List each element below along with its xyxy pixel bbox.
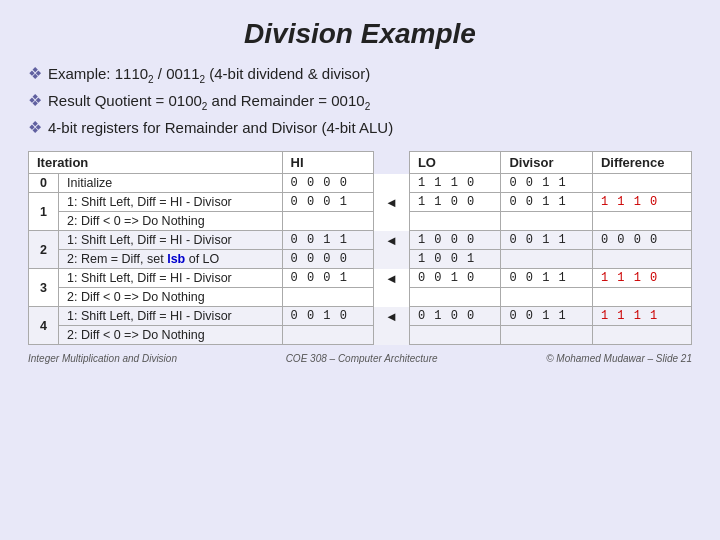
lo-2a: 1 0 0 0 xyxy=(409,231,501,250)
footer: Integer Multiplication and Division COE … xyxy=(28,353,692,364)
hi-4b xyxy=(282,326,374,345)
lo-4a: 0 1 0 0 xyxy=(409,307,501,326)
iter-2: 2 xyxy=(29,231,59,269)
iter-3: 3 xyxy=(29,269,59,307)
step-2b: 2: Rem = Diff, set lsb of LO xyxy=(59,250,283,269)
hi-3a: 0 0 0 1 xyxy=(282,269,374,288)
table-row: 2: Diff < 0 => Do Nothing xyxy=(29,288,692,307)
iter-4: 4 xyxy=(29,307,59,345)
bullet-1: ❖ Example: 11102 / 00112 (4-bit dividend… xyxy=(28,64,692,85)
divisor-0: 0 0 1 1 xyxy=(501,174,593,193)
hi-2a: 0 0 1 1 xyxy=(282,231,374,250)
table-wrap: Iteration HI LO Divisor Difference 0 Ini… xyxy=(28,151,692,345)
lo-3a: 0 0 1 0 xyxy=(409,269,501,288)
divisor-4a: 0 0 1 1 xyxy=(501,307,593,326)
diff-3a: 1 1 1 0 xyxy=(592,269,691,288)
hi-4a: 0 0 1 0 xyxy=(282,307,374,326)
diff-4a: 1 1 1 1 xyxy=(592,307,691,326)
table-row: 4 1: Shift Left, Diff = HI - Divisor 0 0… xyxy=(29,307,692,326)
step-4a: 1: Shift Left, Diff = HI - Divisor xyxy=(59,307,283,326)
th-divisor: Divisor xyxy=(501,152,593,174)
diff-2b xyxy=(592,250,691,269)
hi-3b xyxy=(282,288,374,307)
th-difference: Difference xyxy=(592,152,691,174)
step-1a: 1: Shift Left, Diff = HI - Divisor xyxy=(59,193,283,212)
diff-4b xyxy=(592,326,691,345)
step-4b: 2: Diff < 0 => Do Nothing xyxy=(59,326,283,345)
hi-2b: 0 0 0 0 xyxy=(282,250,374,269)
th-lo: LO xyxy=(409,152,501,174)
iter-1: 1 xyxy=(29,193,59,231)
bullet-1-text: Example: 11102 / 00112 (4-bit dividend &… xyxy=(48,65,370,85)
table-row: 1 1: Shift Left, Diff = HI - Divisor 0 0… xyxy=(29,193,692,212)
hi-1a: 0 0 0 1 xyxy=(282,193,374,212)
lo-0: 1 1 1 0 xyxy=(409,174,501,193)
table-row: 2 1: Shift Left, Diff = HI - Divisor 0 0… xyxy=(29,231,692,250)
divisor-3a: 0 0 1 1 xyxy=(501,269,593,288)
page: Division Example ❖ Example: 11102 / 0011… xyxy=(0,0,720,540)
page-title: Division Example xyxy=(28,18,692,50)
step-1b: 2: Diff < 0 => Do Nothing xyxy=(59,212,283,231)
divisor-2b xyxy=(501,250,593,269)
division-table: Iteration HI LO Divisor Difference 0 Ini… xyxy=(28,151,692,345)
table-row: 2: Rem = Diff, set lsb of LO 0 0 0 0 1 0… xyxy=(29,250,692,269)
lo-3b xyxy=(409,288,501,307)
table-row: 3 1: Shift Left, Diff = HI - Divisor 0 0… xyxy=(29,269,692,288)
divisor-3b xyxy=(501,288,593,307)
bullet-list: ❖ Example: 11102 / 00112 (4-bit dividend… xyxy=(28,64,692,137)
lsb-label: lsb xyxy=(167,252,185,266)
divisor-1b xyxy=(501,212,593,231)
table-header-row: Iteration HI LO Divisor Difference xyxy=(29,152,692,174)
footer-left: Integer Multiplication and Division xyxy=(28,353,177,364)
footer-right: © Mohamed Mudawar – Slide 21 xyxy=(546,353,692,364)
diff-1a: 1 1 1 0 xyxy=(592,193,691,212)
hi-0: 0 0 0 0 xyxy=(282,174,374,193)
step-2a: 1: Shift Left, Diff = HI - Divisor xyxy=(59,231,283,250)
lo-1b xyxy=(409,212,501,231)
footer-center: COE 308 – Computer Architecture xyxy=(286,353,438,364)
step-0: Initialize xyxy=(59,174,283,193)
bullet-3-text: 4-bit registers for Remainder and Diviso… xyxy=(48,119,393,136)
diff-2a: 0 0 0 0 xyxy=(592,231,691,250)
diamond-icon-1: ❖ xyxy=(28,64,42,83)
table-row: 2: Diff < 0 => Do Nothing xyxy=(29,212,692,231)
divisor-1a: 0 0 1 1 xyxy=(501,193,593,212)
diamond-icon-3: ❖ xyxy=(28,118,42,137)
table-row: 0 Initialize 0 0 0 0 1 1 1 0 0 0 1 1 xyxy=(29,174,692,193)
diamond-icon-2: ❖ xyxy=(28,91,42,110)
bullet-2: ❖ Result Quotient = 01002 and Remainder … xyxy=(28,91,692,112)
diff-3b xyxy=(592,288,691,307)
lo-4b xyxy=(409,326,501,345)
iter-0: 0 xyxy=(29,174,59,193)
th-iteration: Iteration xyxy=(29,152,283,174)
arrow-icon-1: ◄ xyxy=(385,195,398,210)
bullet-3: ❖ 4-bit registers for Remainder and Divi… xyxy=(28,118,692,137)
step-3b: 2: Diff < 0 => Do Nothing xyxy=(59,288,283,307)
lo-1a: 1 1 0 0 xyxy=(409,193,501,212)
arrow-icon-3: ◄ xyxy=(385,271,398,286)
divisor-4b xyxy=(501,326,593,345)
lo-2b: 1 0 0 1 xyxy=(409,250,501,269)
step-3a: 1: Shift Left, Diff = HI - Divisor xyxy=(59,269,283,288)
arrow-icon-4: ◄ xyxy=(385,309,398,324)
bullet-2-text: Result Quotient = 01002 and Remainder = … xyxy=(48,92,370,112)
diff-0 xyxy=(592,174,691,193)
table-row: 2: Diff < 0 => Do Nothing xyxy=(29,326,692,345)
divisor-2a: 0 0 1 1 xyxy=(501,231,593,250)
th-hi: HI xyxy=(282,152,374,174)
arrow-icon-2: ◄ xyxy=(385,233,398,248)
hi-1b xyxy=(282,212,374,231)
diff-1b xyxy=(592,212,691,231)
